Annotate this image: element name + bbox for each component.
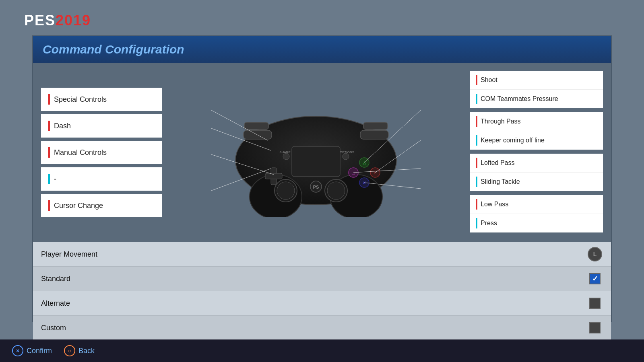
controller-section: Special Controls Dash Manual Controls - <box>33 63 611 242</box>
controller-image: SHARE OPTIONS PS <box>211 88 421 217</box>
sidebar-item-dash-sub[interactable]: - <box>41 167 162 191</box>
table-row: Player Movement L <box>33 242 611 267</box>
main-panel: Command Configuration Special Controls D… <box>32 35 612 322</box>
sidebar-item-cursor-change[interactable]: Cursor Change <box>41 194 162 217</box>
right-label: Keeper coming off line <box>481 137 545 144</box>
table-row[interactable]: Alternate <box>33 291 611 316</box>
right-item-keeper: Keeper coming off line <box>470 131 603 150</box>
right-label: Press <box>481 220 497 227</box>
cross-icon: × <box>12 345 23 356</box>
indicator-icon <box>48 200 50 211</box>
table-row[interactable]: Custom <box>33 316 611 340</box>
table-cell-control: L <box>587 246 603 262</box>
right-item-press: Press <box>470 214 603 232</box>
back-button[interactable]: ○ Back <box>64 345 95 356</box>
right-item-low-pass: Low Pass <box>470 195 603 214</box>
right-item-shoot: Shoot <box>470 71 603 90</box>
right-label: Shoot <box>481 76 497 84</box>
circle-icon: ○ <box>64 345 75 356</box>
indicator-icon <box>48 174 50 184</box>
checkbox-standard[interactable]: ✓ <box>589 273 601 284</box>
indicator-icon <box>476 116 477 127</box>
indicator-icon <box>476 177 477 187</box>
checkbox-custom[interactable] <box>589 322 601 333</box>
logo-year: 2019 <box>56 12 91 29</box>
indicator-icon <box>476 135 477 146</box>
checkbox-alternate[interactable] <box>589 298 601 309</box>
back-label: Back <box>78 347 95 355</box>
table-cell-control[interactable]: ✓ <box>587 271 603 287</box>
right-label: Through Pass <box>481 118 521 125</box>
right-controls: Shoot COM Teammates Pressure Through Pas… <box>470 71 603 234</box>
table-cell-control[interactable] <box>587 320 603 336</box>
indicator-icon <box>48 94 50 105</box>
sidebar-item-dash[interactable]: Dash <box>41 114 162 138</box>
right-item-lofted-pass: Lofted Pass <box>470 154 603 173</box>
sidebar-item-special-controls[interactable]: Special Controls <box>41 88 162 111</box>
right-label: Sliding Tackle <box>481 178 520 185</box>
indicator-icon <box>48 147 50 158</box>
svg-point-10 <box>283 153 289 160</box>
right-group-1: Shoot COM Teammates Pressure <box>470 71 603 108</box>
right-item-com-teammates: COM Teammates Pressure <box>470 90 603 108</box>
table-row[interactable]: Standard ✓ <box>33 267 611 291</box>
table-cell-label: Alternate <box>41 299 587 308</box>
right-item-sliding-tackle: Sliding Tackle <box>470 173 603 191</box>
checkmark-icon: ✓ <box>592 274 598 283</box>
l-button-icon: L <box>588 247 602 261</box>
content-area: Special Controls Dash Manual Controls - <box>33 63 611 323</box>
logo-pes: PES <box>24 12 56 29</box>
control-label: Dash <box>54 122 71 130</box>
controller-area: SHARE OPTIONS PS <box>170 71 462 234</box>
svg-point-19 <box>327 182 345 200</box>
table-cell-control[interactable] <box>587 295 603 311</box>
table-cell-label: Custom <box>41 324 587 332</box>
control-label: - <box>54 175 56 183</box>
right-label: COM Teammates Pressure <box>481 95 558 103</box>
right-label: Low Pass <box>481 201 508 208</box>
right-label: Lofted Pass <box>481 159 515 167</box>
indicator-icon <box>476 94 477 104</box>
control-label: Cursor Change <box>54 202 103 210</box>
control-label: Special Controls <box>54 95 107 104</box>
left-controls: Special Controls Dash Manual Controls - <box>41 71 162 234</box>
confirm-button[interactable]: × Confirm <box>12 345 52 356</box>
svg-rect-3 <box>244 130 272 139</box>
right-item-through-pass: Through Pass <box>470 112 603 131</box>
right-group-3: Lofted Pass Sliding Tackle <box>470 154 603 191</box>
confirm-label: Confirm <box>27 347 52 355</box>
indicator-icon <box>476 75 477 85</box>
svg-rect-7 <box>292 146 340 177</box>
page-title: Command Configuration <box>43 43 601 56</box>
indicator-icon <box>476 158 477 168</box>
svg-text:PS: PS <box>313 185 319 189</box>
right-group-4: Low Pass Press <box>470 195 603 232</box>
svg-rect-15 <box>265 173 282 179</box>
svg-rect-5 <box>360 130 388 139</box>
svg-rect-4 <box>244 122 268 130</box>
title-bar: Command Configuration <box>33 36 611 63</box>
indicator-icon <box>48 121 50 131</box>
svg-point-11 <box>343 153 349 160</box>
indicator-icon <box>476 218 477 228</box>
table-cell-label: Standard <box>41 275 587 283</box>
svg-rect-6 <box>363 122 388 130</box>
bottom-table: Player Movement L Standard ✓ Alternate <box>33 242 611 340</box>
bottom-bar: × Confirm ○ Back <box>0 339 644 362</box>
right-group-2: Through Pass Keeper coming off line <box>470 112 603 150</box>
controller-wrapper: SHARE OPTIONS PS <box>211 88 421 217</box>
indicator-icon <box>476 199 477 210</box>
control-label: Manual Controls <box>54 148 107 157</box>
svg-point-17 <box>277 182 295 200</box>
sidebar-item-manual-controls[interactable]: Manual Controls <box>41 141 162 164</box>
table-cell-label: Player Movement <box>41 250 587 259</box>
svg-text:○: ○ <box>374 170 376 176</box>
svg-text:□: □ <box>352 170 355 176</box>
svg-text:✕: ✕ <box>362 180 366 186</box>
logo: PES2019 <box>24 12 91 29</box>
